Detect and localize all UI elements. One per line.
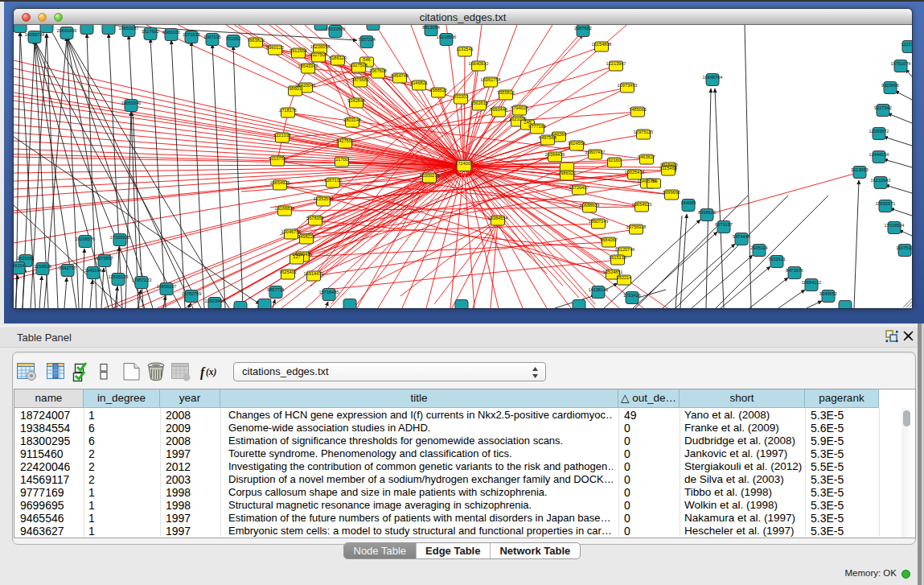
svg-text:64: 64 bbox=[651, 179, 656, 183]
svg-text:16543342: 16543342 bbox=[298, 64, 318, 68]
svg-text:10653287: 10653287 bbox=[119, 26, 139, 31]
svg-text:9327508: 9327508 bbox=[350, 63, 368, 68]
svg-text:9474444: 9474444 bbox=[733, 234, 750, 239]
svg-text:16640910: 16640910 bbox=[469, 61, 489, 66]
svg-text:1527602: 1527602 bbox=[142, 29, 159, 34]
svg-text:9777169: 9777169 bbox=[528, 124, 546, 129]
svg-text:9146821: 9146821 bbox=[410, 80, 428, 85]
svg-text:5678352: 5678352 bbox=[306, 216, 324, 220]
svg-text:15751074: 15751074 bbox=[891, 61, 911, 66]
svg-text:9699695: 9699695 bbox=[663, 190, 680, 195]
svg-text:13524851: 13524851 bbox=[603, 270, 623, 274]
svg-text:1562615: 1562615 bbox=[470, 101, 488, 105]
svg-text:10688609: 10688609 bbox=[580, 203, 600, 208]
svg-text:39154: 39154 bbox=[14, 263, 25, 268]
svg-text:7663822: 7663822 bbox=[247, 38, 265, 43]
svg-text:9975867: 9975867 bbox=[96, 256, 113, 261]
svg-text:127: 127 bbox=[293, 254, 300, 259]
svg-text:2718176: 2718176 bbox=[279, 108, 297, 113]
svg-text:1132541: 1132541 bbox=[456, 47, 473, 51]
svg-text:12444154: 12444154 bbox=[869, 152, 889, 157]
svg-text:9329966: 9329966 bbox=[881, 83, 899, 88]
svg-text:10654112: 10654112 bbox=[802, 280, 821, 285]
svg-text:252214: 252214 bbox=[617, 275, 632, 280]
svg-text:1010755: 1010755 bbox=[269, 156, 286, 161]
svg-text:14055724: 14055724 bbox=[25, 32, 45, 37]
svg-text:2087682: 2087682 bbox=[574, 26, 592, 31]
svg-text:9463627: 9463627 bbox=[638, 154, 655, 159]
svg-text:16033809: 16033809 bbox=[326, 27, 346, 31]
svg-text:8427552: 8427552 bbox=[336, 138, 354, 143]
svg-text:9245652: 9245652 bbox=[819, 291, 837, 296]
svg-text:832203: 832203 bbox=[454, 94, 469, 99]
svg-text:8938923: 8938923 bbox=[698, 210, 716, 215]
svg-text:8454749: 8454749 bbox=[391, 73, 409, 78]
svg-text:7955812: 7955812 bbox=[497, 90, 515, 95]
svg-text:15692971: 15692971 bbox=[876, 201, 896, 206]
svg-text:(x): (x) bbox=[206, 367, 217, 377]
svg-text:20364436: 20364436 bbox=[545, 152, 565, 157]
svg-text:1156829: 1156829 bbox=[34, 264, 51, 269]
svg-text:19218506: 19218506 bbox=[437, 35, 457, 39]
svg-text:7986322: 7986322 bbox=[558, 171, 576, 175]
svg-text:3213953: 3213953 bbox=[851, 167, 869, 172]
svg-text:2935114: 2935114 bbox=[750, 245, 767, 250]
svg-text:8813054: 8813054 bbox=[422, 25, 440, 30]
svg-text:7625402: 7625402 bbox=[279, 270, 297, 274]
svg-text:7485063: 7485063 bbox=[629, 107, 647, 112]
svg-text:15720407: 15720407 bbox=[569, 185, 589, 190]
svg-text:164095: 164095 bbox=[681, 200, 696, 205]
svg-text:1167533: 1167533 bbox=[896, 245, 912, 250]
svg-text:12923468: 12923468 bbox=[205, 299, 225, 303]
svg-text:20053346: 20053346 bbox=[121, 101, 142, 105]
svg-text:10648764: 10648764 bbox=[703, 75, 723, 80]
svg-text:751552: 751552 bbox=[226, 36, 241, 41]
svg-text:17359928: 17359928 bbox=[110, 235, 130, 240]
svg-text:3498222: 3498222 bbox=[298, 234, 315, 239]
svg-text:19654925: 19654925 bbox=[270, 180, 290, 185]
svg-text:8186323: 8186323 bbox=[329, 56, 347, 60]
svg-text:20691406: 20691406 bbox=[57, 28, 77, 33]
svg-text:3624554: 3624554 bbox=[568, 141, 585, 146]
svg-text:10973493: 10973493 bbox=[618, 83, 638, 88]
svg-text:2967608: 2967608 bbox=[369, 68, 387, 73]
svg-text:19384554: 19384554 bbox=[488, 216, 508, 220]
svg-text:15716485: 15716485 bbox=[319, 290, 339, 295]
svg-text:21700: 21700 bbox=[335, 157, 348, 162]
svg-text:2803144: 2803144 bbox=[343, 117, 361, 122]
svg-text:2635061: 2635061 bbox=[17, 256, 35, 261]
svg-text:12353594: 12353594 bbox=[314, 196, 334, 201]
svg-text:9327506: 9327506 bbox=[310, 52, 327, 57]
svg-text:111236: 111236 bbox=[901, 42, 912, 47]
svg-text:16154808: 16154808 bbox=[592, 42, 612, 47]
svg-text:7632621: 7632621 bbox=[768, 257, 786, 262]
svg-text:1724007: 1724007 bbox=[455, 161, 473, 166]
svg-text:16782759: 16782759 bbox=[182, 291, 202, 296]
svg-text:15226058: 15226058 bbox=[310, 44, 331, 49]
svg-text:3267130: 3267130 bbox=[324, 178, 342, 183]
svg-text:3875685: 3875685 bbox=[351, 77, 369, 82]
svg-text:1733426: 1733426 bbox=[623, 293, 641, 298]
svg-text:19654923: 19654923 bbox=[632, 202, 652, 207]
svg-text:f: f bbox=[200, 365, 206, 380]
svg-text:1071915: 1071915 bbox=[183, 32, 200, 37]
svg-text:6679197: 6679197 bbox=[715, 222, 733, 227]
svg-text:8471676: 8471676 bbox=[786, 268, 803, 273]
svg-text:20206576: 20206576 bbox=[76, 237, 96, 241]
svg-text:9115460: 9115460 bbox=[659, 166, 676, 171]
svg-text:1067135: 1067135 bbox=[203, 35, 221, 39]
svg-text:19756928: 19756928 bbox=[626, 225, 647, 229]
svg-text:546: 546 bbox=[363, 57, 370, 62]
svg-text:10025438: 10025438 bbox=[625, 170, 645, 175]
svg-text:16210643: 16210643 bbox=[871, 178, 891, 183]
svg-text:62160: 62160 bbox=[608, 158, 621, 163]
svg-text:16961758: 16961758 bbox=[481, 77, 501, 82]
svg-text:6966160: 6966160 bbox=[162, 30, 180, 35]
svg-text:6794028: 6794028 bbox=[511, 105, 528, 110]
svg-text:9857791: 9857791 bbox=[267, 287, 285, 292]
svg-text:17016504: 17016504 bbox=[885, 223, 905, 228]
svg-text:1615132: 1615132 bbox=[609, 255, 626, 260]
svg-text:8960123: 8960123 bbox=[266, 45, 284, 50]
svg-text:17957223: 17957223 bbox=[132, 278, 152, 282]
svg-text:16120746: 16120746 bbox=[615, 247, 635, 252]
